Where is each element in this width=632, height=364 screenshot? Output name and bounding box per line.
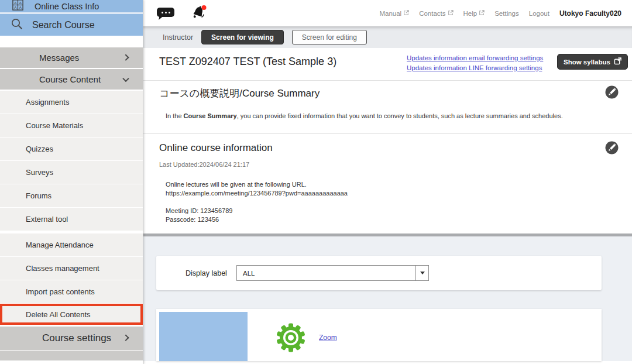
last-updated-text: Last Updated:2024/06/24 21:17 [159,161,249,168]
nav-link-label: Manual [379,10,401,17]
search-icon [10,17,24,33]
user-name: Utokyo Faculty020 [559,9,621,18]
divider [143,80,632,81]
sidebar-item-label: Course settings [42,332,111,344]
line-forwarding-settings-link[interactable]: Updates information LINE forwarding sett… [407,63,543,73]
course-summary-heading: コースの概要説明/Course Summary [159,87,320,100]
sidebar-item-label: Delete All Contents [26,310,91,319]
text-run: , you can provide fixed information that… [237,112,563,119]
sidebar-item-label: Classes management [26,264,99,273]
passcode-text: Passcode: 123456 [166,215,219,224]
updates-links: Updates information email forwarding set… [407,53,543,73]
sidebar-item-label: Online Class Info [35,2,99,11]
sidebar-item-label: Import past contents [26,287,95,296]
nav-help-link[interactable]: Help [463,10,485,17]
sidebar-item-import-past-contents[interactable]: Import past contents [0,280,143,303]
nav-link-label: Settings [494,10,519,17]
sidebar-footer-strip [0,351,143,360]
screen-for-editing-button[interactable]: Screen for editing [292,30,367,44]
sidebar-item-label: Messages [39,53,79,63]
sidebar-item-label: Course Content [39,74,101,84]
show-syllabus-button[interactable]: Show syllabus [557,54,628,70]
main-area: Manual Contacts Help Settings Logout U [143,0,632,364]
sidebar-item-label: Course Materials [26,121,83,130]
button-label: Show syllabus [564,59,610,66]
sidebar-item-course-content[interactable]: Course Content [0,69,143,90]
button-label: Screen for viewing [211,33,274,42]
svg-text:A: A [19,5,22,9]
sidebar: A A A A Online Class Info Search Course … [0,0,143,364]
sidebar-item-label: Manage Attendance [26,241,94,249]
edit-online-info-pencil-icon[interactable] [605,141,619,154]
external-link-icon [448,10,454,17]
sidebar-item-classes-management[interactable]: Classes management [0,257,143,280]
svg-text:A: A [14,5,17,9]
content-row-card: Zoom [156,309,602,361]
sidebar-item-delete-all-contents[interactable]: Delete All Contents [0,304,143,325]
meeting-url-text: https://example.com/meeting/123456789?pw… [166,189,348,198]
top-bar: Manual Contacts Help Settings Logout U [143,0,632,26]
nav-link-label: Contacts [419,10,445,17]
text-run-bold: Course Summary [184,112,237,119]
meeting-id-text: Meeting ID: 123456789 [166,207,232,215]
email-forwarding-settings-link[interactable]: Updates information email forwarding set… [407,53,543,63]
content-thumbnail-cell [159,312,248,361]
nav-link-label: Help [463,10,478,17]
external-link-icon [479,10,485,17]
dropdown-arrow-icon[interactable] [415,266,428,280]
zoom-gear-icon [276,323,305,352]
sidebar-item-messages[interactable]: Messages [0,47,143,68]
sidebar-spacer [0,36,143,47]
sidebar-item-label: Assignments [26,98,69,107]
nav-link-label: Logout [529,10,549,17]
sidebar-item-label: Quizzes [26,145,53,153]
online-lecture-intro-text: Online lectures will be given at the fol… [166,180,307,189]
course-title: TEST Z092407 TEST (Test Sample 3) [159,56,336,68]
display-label-card: Display label ALL [156,256,602,290]
button-label: Screen for editing [302,33,357,42]
sidebar-item-forums[interactable]: Forums [0,184,143,207]
sidebar-item-label: External tool [26,215,68,224]
screen-for-viewing-button[interactable]: Screen for viewing [201,30,284,44]
nav-contacts-link[interactable]: Contacts [419,10,453,17]
sidebar-item-surveys[interactable]: Surveys [0,161,143,184]
external-link-icon [614,57,621,66]
class-grid-icon: A A A A [12,0,24,13]
role-label: Instructor [163,33,193,42]
svg-text:A: A [19,1,22,5]
course-content-panel: TEST Z092407 TEST (Test Sample 3) Update… [143,48,632,236]
chevron-right-icon [122,54,129,60]
sidebar-item-label: Forums [26,191,51,200]
nav-settings-link[interactable]: Settings [494,10,519,17]
sidebar-item-quizzes[interactable]: Quizzes [0,138,143,160]
sidebar-item-manage-attendance[interactable]: Manage Attendance [0,233,143,256]
nav-logout-link[interactable]: Logout [529,10,549,17]
notification-bell-icon[interactable] [189,4,208,22]
chevron-down-icon [122,75,129,81]
header-nav: Manual Contacts Help Settings Logout U [379,0,621,26]
lms-app: A A A A Online Class Info Search Course … [0,0,632,364]
zoom-meeting-link[interactable]: Zoom [319,334,337,342]
svg-text:A: A [14,1,17,5]
text-run: In the [166,112,184,119]
sidebar-item-label: Search Course [32,20,95,30]
edit-summary-pencil-icon[interactable] [605,85,619,99]
display-label-text: Display label [186,256,227,290]
sidebar-item-course-materials[interactable]: Course Materials [0,114,143,137]
chevron-right-icon [122,335,129,341]
external-link-icon [403,10,409,17]
view-mode-toolbar: Instructor Screen for viewing Screen for… [143,26,632,48]
online-course-info-heading: Online course information [159,142,273,154]
course-summary-description: In the Course Summary, you can provide f… [166,112,563,119]
sidebar-item-assignments[interactable]: Assignments [0,91,143,114]
messages-icon[interactable] [157,8,174,17]
course-materials-area: Display label ALL [143,236,632,361]
sidebar-item-search-course[interactable]: Search Course [0,14,143,36]
display-label-select[interactable]: ALL [236,265,429,281]
nav-manual-link[interactable]: Manual [379,10,409,17]
sidebar-item-online-class-info[interactable]: A A A A Online Class Info [0,0,143,14]
selected-value: ALL [237,270,415,277]
sidebar-item-course-settings[interactable]: Course settings [0,327,143,350]
divider [143,133,632,134]
sidebar-item-external-tool[interactable]: External tool [0,208,143,231]
